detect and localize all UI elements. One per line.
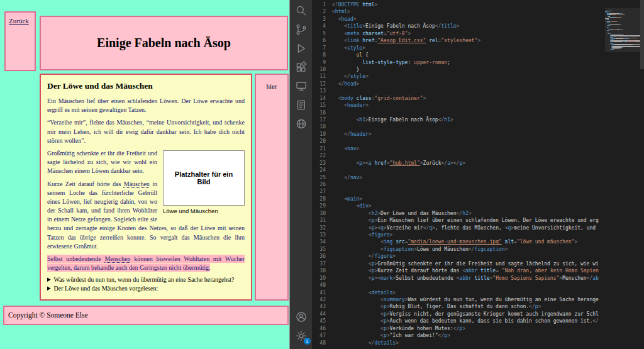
account-icon[interactable] [293, 309, 309, 325]
line-number: 19 [312, 131, 326, 138]
code-line: 42 <summary>Was würdest du nun tun, wenn… [312, 296, 605, 303]
code-line: 9 list-style-type: upper-roman; [312, 59, 605, 66]
article-panel: Der Löwe und das Mäuschen Ein Mäuschen l… [40, 74, 252, 301]
line-number: 45 [312, 318, 326, 324]
line-number: 39 [312, 275, 326, 282]
code-line: 3 <head> [312, 16, 605, 23]
nav-panel: Zurück [4, 11, 36, 71]
details-question: Was würdest du nun tun, wenn du übermüti… [47, 276, 245, 283]
source-control-icon[interactable] [293, 21, 309, 38]
line-number: 23 [312, 160, 326, 167]
code-line: 8 ul { [312, 52, 605, 58]
line-number: 26 [312, 181, 326, 188]
code-line: 23 <p><a href="hub.html">Zurück</a></p> [312, 160, 605, 167]
code-line: 11 </style> [312, 73, 605, 80]
code-line: 34 <img src="media/loewe-und-maeuschen.j… [312, 238, 605, 245]
line-number: 11 [312, 73, 326, 80]
scrollbar-thumb[interactable] [640, 0, 644, 69]
line-number: 46 [312, 325, 326, 332]
extensions-icon[interactable] [293, 59, 309, 75]
line-number: 36 [312, 253, 326, 260]
code-line: 21 <nav> [312, 145, 605, 152]
code-line: 39 <p><mark>Selbst unbedeutende <abbr ti… [312, 275, 605, 282]
code-line: 29 <div> [312, 202, 605, 209]
line-number: 12 [312, 80, 326, 87]
line-number: 15 [312, 102, 326, 109]
details-summary-audio[interactable]: Der Löwe und das Mäuschen vorgelesen: [47, 285, 245, 292]
line-number: 17 [312, 116, 326, 123]
code-line: 6 <link href="Aesop Edit.css" rel="style… [312, 37, 605, 44]
code-line: 18 [312, 123, 605, 130]
article-paragraph-2: “Verzeihe mir”, flehte das Mäuschen, “me… [47, 118, 245, 145]
live-preview-icon[interactable] [293, 116, 309, 132]
run-debug-icon[interactable] [293, 40, 309, 57]
abbr-term: Menschen [104, 255, 130, 262]
settings-gear-icon[interactable]: 1 [293, 328, 309, 344]
code-line: 2<html> [312, 8, 605, 15]
code-line: 5 <meta charset="utf-8"> [312, 30, 605, 37]
line-number: 13 [312, 87, 326, 94]
line-number: 47 [312, 332, 326, 339]
code-line: 17 <h1>Einige Fabeln nach Äsop</h1> [312, 116, 605, 123]
aside-panel: hier [255, 74, 289, 301]
summary-text: Was würdest du nun tun, wenn du übermüti… [54, 276, 235, 283]
line-number: 1 [312, 1, 326, 8]
page-footer: Copyright © Someone Else [3, 306, 289, 325]
details-audio: Der Löwe und das Mäuschen vorgelesen: [47, 285, 245, 292]
vscode-window: 1 1<!DOCTYPE html>2<html>3 <head>4 <titl… [290, 0, 644, 349]
line-number: 2 [312, 8, 326, 15]
article-heading: Der Löwe und das Mäuschen [47, 81, 245, 91]
line-number: 18 [312, 123, 326, 130]
code-line: 41 <details> [312, 289, 605, 296]
code-line: 19 </header> [312, 131, 605, 138]
line-number: 16 [312, 109, 326, 116]
code-editor[interactable]: 1<!DOCTYPE html>2<html>3 <head>4 <title>… [312, 0, 644, 349]
line-number: 33 [312, 231, 326, 238]
line-number: 25 [312, 174, 326, 181]
search-icon[interactable] [293, 3, 309, 19]
code-line: 25 </nav> [312, 174, 605, 181]
notebook-icon[interactable] [293, 97, 309, 113]
figure: Platzhalter für ein Bild Löwe und Mäusch… [163, 150, 245, 214]
code-line: 12 </head> [312, 80, 605, 87]
code-line: 14 <body class="grid-container"> [312, 95, 605, 102]
remote-explorer-icon[interactable] [293, 78, 309, 94]
code-line: 26 [312, 181, 605, 188]
line-number: 14 [312, 95, 326, 102]
editor-scrollbar[interactable] [640, 0, 644, 349]
line-number: 40 [312, 282, 326, 289]
code-line: 4 <title>Einige Fabeln nach Äsop</title> [312, 23, 605, 30]
code-line: 46 <p>Verkünde hohen Mutes:</p> [312, 325, 605, 332]
line-number: 27 [312, 188, 326, 195]
page-title: Einige Fabeln nach Äsop [97, 36, 231, 50]
code-line: 10 } [312, 66, 605, 73]
settings-badge: 1 [304, 338, 311, 345]
abbr-term: Mäuschen [124, 180, 150, 187]
line-number: 35 [312, 246, 326, 253]
code-line: 48 </details> [312, 340, 605, 346]
code-line: 16 [312, 109, 605, 116]
details-summary-question[interactable]: Was würdest du nun tun, wenn du übermüti… [47, 276, 245, 283]
code-lines: 1<!DOCTYPE html>2<html>3 <head>4 <title>… [312, 1, 605, 349]
summary-text: Der Löwe und das Mäuschen vorgelesen: [54, 285, 158, 292]
code-line: 30 <h2>Der Löwe und das Mäuschen</h2> [312, 210, 605, 217]
highlighted-text: Selbst unbedeutende Menschen können bisw… [47, 255, 245, 272]
code-line: 31 <p>Ein Mäuschen lief über einen schla… [312, 217, 605, 224]
line-number: 6 [312, 37, 326, 44]
code-line: 15 <header> [312, 102, 605, 109]
line-number: 28 [312, 196, 326, 202]
line-number: 37 [312, 260, 326, 267]
back-link[interactable]: Zurück [9, 17, 29, 25]
code-line: 40 [312, 282, 605, 289]
copyright-text: Copyright © Someone Else [8, 311, 88, 319]
code-line: 43 <p>Ruhig Blut, Tiger. Das schaffst du… [312, 303, 605, 310]
line-number: 34 [312, 238, 326, 245]
minimap[interactable] [605, 0, 640, 349]
line-number: 29 [312, 202, 326, 209]
line-number: 7 [312, 45, 326, 52]
code-line: 27 [312, 188, 605, 195]
line-number: 31 [312, 217, 326, 224]
article-paragraph-1: Ein Mäuschen lief über einen schlafenden… [47, 97, 245, 114]
figure-caption: Löwe und Mäuschen [163, 208, 245, 214]
page-header: Einige Fabeln nach Äsop [40, 16, 288, 70]
